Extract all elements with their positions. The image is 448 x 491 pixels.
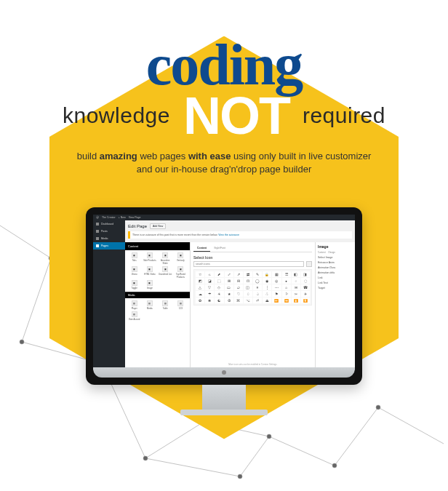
icon-option[interactable]: ☁ [196,291,204,297]
element-item[interactable]: ▣Unordered List [159,266,172,279]
icon-option[interactable]: ✿ [196,298,204,303]
icon-option[interactable]: ◫ [244,284,252,290]
element-item[interactable]: ▣Verticaly [174,252,188,265]
inspector-field[interactable]: Animation dela [318,271,353,274]
icon-option[interactable]: ☯ [215,298,223,303]
icon-option[interactable]: ♤ [253,291,262,297]
icon-option[interactable]: ⌂ [282,284,291,290]
icon-option[interactable]: ⏏ [263,298,271,303]
icon-option[interactable]: ◯ [253,278,262,284]
element-item[interactable]: ▤123 [174,300,188,310]
inspector-field[interactable]: Select Image [318,256,353,259]
icon-option[interactable]: ◩ [196,278,204,284]
icon-option[interactable]: ↗ [234,271,243,277]
tab-content[interactable]: Content [193,245,210,252]
icon-option[interactable]: ⚑ [272,291,281,297]
icon-option[interactable]: ⋯ [272,284,281,290]
icon-option[interactable]: ★ [225,291,233,297]
icon-option[interactable]: ⬚ [215,278,223,284]
icon-option[interactable]: ◉ [263,278,271,284]
icon-option[interactable]: ▱ [234,284,243,290]
icon-option[interactable]: 🔒 [263,271,271,277]
icon-option[interactable]: ▦ [272,271,281,277]
inspector-tab-design[interactable]: Design [329,251,335,254]
icon-option[interactable]: ⬈ [215,271,223,277]
icon-option[interactable]: ◪ [205,278,214,284]
icon-option[interactable]: ● [282,278,291,284]
element-item[interactable]: ▣Toggle [127,280,141,290]
icon-option[interactable]: ≡ [253,284,262,290]
element-item[interactable]: ▣HTML Video [143,266,156,279]
element-item[interactable]: ▣Top Rated Products [174,266,188,279]
icon-option[interactable]: ⋮ [263,284,271,290]
icon-option[interactable]: ⏪ [282,298,291,303]
icon-option[interactable]: ⏬ [301,298,310,303]
icon-option[interactable]: ♡ [234,291,243,297]
icon-option[interactable]: ◌ [301,278,310,284]
icon-option[interactable]: ♢ [244,291,252,297]
icon-option[interactable]: ◇ [215,284,223,290]
wp-site[interactable]: The Creator [102,216,116,219]
element-item[interactable]: ▤Table [159,300,172,310]
inspector-field[interactable]: Animation Dura [318,266,353,269]
icon-option[interactable]: ◧ [292,271,300,277]
icon-option[interactable]: ☆ [196,271,204,277]
icon-option[interactable]: ⎌ [205,271,214,277]
sidebar-item-dashboard[interactable]: Dashboard [93,220,125,228]
icon-option[interactable]: ⤢ [225,271,233,277]
inspector-field[interactable]: Link [318,276,353,279]
inspector-field[interactable]: Link Text [318,282,353,284]
icon-option[interactable]: ⌥ [244,298,252,303]
notice-link[interactable]: View the autosave [218,233,239,236]
icon-option[interactable]: ⏎ [253,298,262,303]
icon-option[interactable]: ☰ [282,271,291,277]
icon-option[interactable]: ♧ [263,291,271,297]
icon-option[interactable]: ☀ [215,291,223,297]
tab-style[interactable]: Style/Font [210,245,229,252]
icon-option[interactable]: ⏫ [292,298,300,303]
panel-tab-content[interactable]: Content [125,242,190,250]
icon-option[interactable]: ❀ [205,298,214,303]
sidebar-item-pages[interactable]: Pages [93,242,125,250]
icon-option[interactable]: ✂ [292,291,300,297]
element-item[interactable]: ▤Media [143,300,156,310]
element-item[interactable]: ▣Tabs [127,252,141,265]
element-item[interactable]: ▣Sale Products [143,252,156,265]
icon-option[interactable]: ⏩ [272,298,281,303]
icon-option[interactable]: ☂ [205,291,214,297]
element-item[interactable]: ▤Date Accord [127,311,141,321]
panel-group-media[interactable]: Media [125,292,190,298]
element-item[interactable]: ▣Accordion Slider [159,252,172,265]
icon-option[interactable]: ⊟ [234,278,243,284]
icon-option[interactable]: ✈ [301,291,310,297]
icon-option[interactable]: ▭ [225,284,233,290]
element-item[interactable]: ▣Vimeo [127,266,141,279]
icon-option[interactable]: ☮ [225,298,233,303]
icon-option[interactable]: ⊡ [244,278,252,284]
add-new-button[interactable]: Add New [150,223,166,229]
inspector-field[interactable]: Entrance Anim [318,261,353,264]
icon-option[interactable]: ✉ [292,284,300,290]
sub-amazing: amazing [100,151,137,161]
wp-view[interactable]: View Page [129,216,141,219]
icon-option[interactable]: ◨ [301,271,310,277]
icon-option[interactable]: △ [196,284,204,290]
icon-option[interactable]: ⌘ [234,298,243,303]
inspector-field[interactable]: Target [318,287,353,290]
search-icon[interactable] [306,261,312,267]
sidebar-item-media[interactable]: Media [93,235,125,242]
inspector-tab-content[interactable]: Content [318,251,326,254]
icon-option[interactable]: ☎ [301,284,310,290]
icon-option[interactable]: ○ [292,278,300,284]
icon-option[interactable]: ⊞ [225,278,233,284]
wp-new[interactable]: + New [119,216,126,219]
icon-option[interactable]: ⚐ [282,291,291,297]
element-item[interactable]: ▣Image [143,280,156,290]
icon-option[interactable]: ⇄ [244,271,252,277]
sidebar-item-posts[interactable]: Posts [93,228,125,235]
icon-option[interactable]: ✎ [253,271,262,277]
icon-search-input[interactable] [193,261,304,267]
icon-option[interactable]: ◎ [272,278,281,284]
element-item[interactable]: ▤Player [127,300,141,310]
icon-option[interactable]: ▽ [205,284,214,290]
